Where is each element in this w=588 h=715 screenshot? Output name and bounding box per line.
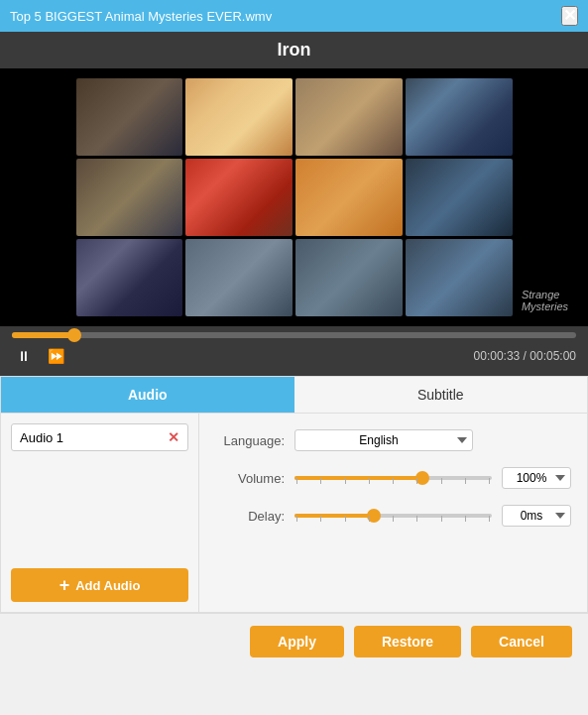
- watermark: StrangeMysteries: [522, 289, 568, 312]
- video-cell-9: [76, 239, 183, 316]
- apply-button[interactable]: Apply: [250, 626, 344, 657]
- delay-value[interactable]: 0ms 100ms 200ms -100ms -200ms: [502, 505, 571, 527]
- video-cell-6: [185, 159, 293, 236]
- title-bar: Top 5 BIGGEST Animal Mysteries EVER.wmv …: [0, 0, 588, 32]
- close-button[interactable]: ✕: [561, 6, 578, 26]
- add-audio-label: Add Audio: [75, 578, 140, 593]
- progress-thumb[interactable]: [67, 328, 81, 342]
- tab-audio[interactable]: Audio: [1, 377, 294, 413]
- video-cell-4: [406, 78, 513, 156]
- controls-left: ⏸ ⏩: [12, 344, 67, 368]
- controls-row: ⏸ ⏩ 00:00:33 / 00:05:00: [12, 344, 576, 368]
- cancel-button[interactable]: Cancel: [471, 626, 572, 657]
- video-cell-5: [76, 159, 183, 236]
- volume-row: Volume: 100% 75% 50% 25%: [215, 467, 571, 489]
- delay-row: Delay: 0ms 100ms 200ms -: [215, 505, 571, 527]
- restore-button[interactable]: Restore: [354, 626, 461, 657]
- video-cell-1: [76, 78, 183, 156]
- audio-item: Audio 1 ✕: [11, 423, 188, 451]
- tabs-panel: Audio Subtitle Audio 1 ✕ + Add Audio Lan…: [0, 376, 588, 613]
- volume-value[interactable]: 100% 75% 50% 25% 0%: [502, 467, 571, 489]
- tabs-header: Audio Subtitle: [1, 377, 587, 414]
- delay-slider-container[interactable]: [294, 506, 492, 526]
- language-select[interactable]: English French Spanish German Chinese: [294, 429, 473, 451]
- tab-subtitle[interactable]: Subtitle: [294, 377, 588, 413]
- tabs-content: Audio 1 ✕ + Add Audio Language: English …: [1, 414, 587, 612]
- audio-item-remove-button[interactable]: ✕: [168, 429, 179, 445]
- window-title: Top 5 BIGGEST Animal Mysteries EVER.wmv: [10, 9, 272, 24]
- video-cell-12: [406, 239, 513, 316]
- effect-label: Iron: [0, 32, 588, 68]
- progress-fill: [12, 332, 74, 338]
- video-cell-8: [406, 159, 513, 236]
- video-cell-10: [185, 239, 293, 316]
- volume-slider-container[interactable]: [294, 468, 492, 488]
- video-cell-3: [295, 78, 403, 156]
- bottom-bar: Apply Restore Cancel: [0, 613, 588, 669]
- player-controls: ⏸ ⏩ 00:00:33 / 00:05:00: [0, 326, 588, 376]
- video-preview: StrangeMysteries: [0, 68, 588, 326]
- video-grid: [76, 78, 513, 316]
- plus-icon: +: [59, 576, 70, 594]
- time-display: 00:00:33 / 00:05:00: [474, 349, 576, 363]
- video-cell-2: [185, 78, 293, 156]
- delay-ticks: [294, 516, 492, 522]
- settings-panel: Language: English French Spanish German …: [199, 414, 587, 612]
- language-label: Language:: [215, 433, 285, 448]
- audio-list-panel: Audio 1 ✕ + Add Audio: [1, 414, 199, 612]
- fast-forward-button[interactable]: ⏩: [44, 344, 67, 368]
- play-pause-button[interactable]: ⏸: [12, 344, 36, 368]
- add-audio-button[interactable]: + Add Audio: [11, 568, 188, 602]
- progress-bar[interactable]: [12, 332, 576, 338]
- volume-label: Volume:: [215, 471, 285, 486]
- audio-item-label: Audio 1: [20, 430, 63, 445]
- video-cell-11: [295, 239, 403, 316]
- video-cell-7: [295, 159, 403, 236]
- volume-ticks: [294, 478, 492, 484]
- delay-label: Delay:: [215, 509, 285, 524]
- language-row: Language: English French Spanish German …: [215, 429, 571, 451]
